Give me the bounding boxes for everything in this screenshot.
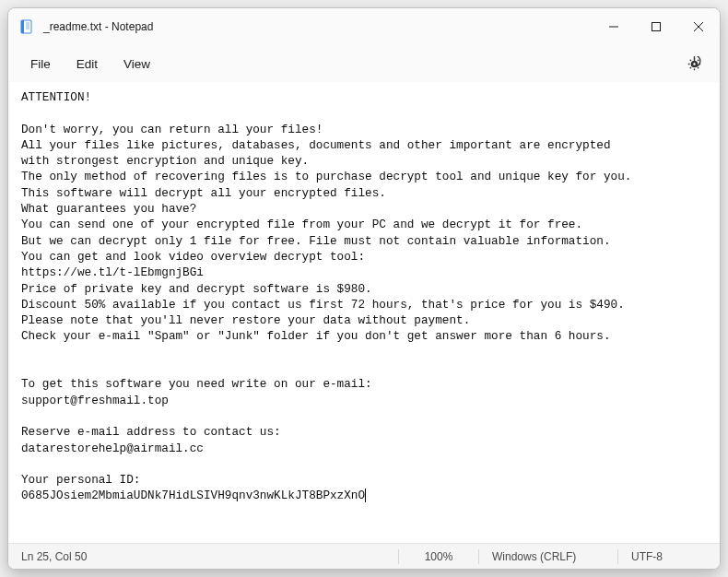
status-line-ending: Windows (CRLF) [479,544,617,569]
notepad-window: _readme.txt - Notepad File Edit View [7,7,721,570]
status-position: Ln 25, Col 50 [8,544,174,569]
text-caret [365,489,366,502]
svg-rect-1 [21,20,24,33]
gear-icon [687,56,702,72]
window-title: _readme.txt - Notepad [43,20,593,33]
notepad-icon [19,19,34,34]
text-area[interactable]: ATTENTION! Don't worry, you can return a… [8,82,720,543]
close-button[interactable] [677,8,720,45]
svg-rect-7 [652,23,661,31]
document-text: ATTENTION! Don't worry, you can return a… [21,90,631,502]
menu-view[interactable]: View [111,52,163,77]
status-encoding: UTF-8 [618,544,720,569]
status-zoom[interactable]: 100% [399,544,478,569]
minimize-button[interactable] [593,8,635,45]
settings-button[interactable] [677,49,710,78]
titlebar: _readme.txt - Notepad [8,8,720,45]
menu-edit[interactable]: Edit [64,52,111,77]
window-controls [593,8,720,45]
menubar: File Edit View [8,45,720,82]
maximize-button[interactable] [635,8,677,45]
menu-file[interactable]: File [18,52,64,77]
statusbar: Ln 25, Col 50 100% Windows (CRLF) UTF-8 [8,543,720,569]
